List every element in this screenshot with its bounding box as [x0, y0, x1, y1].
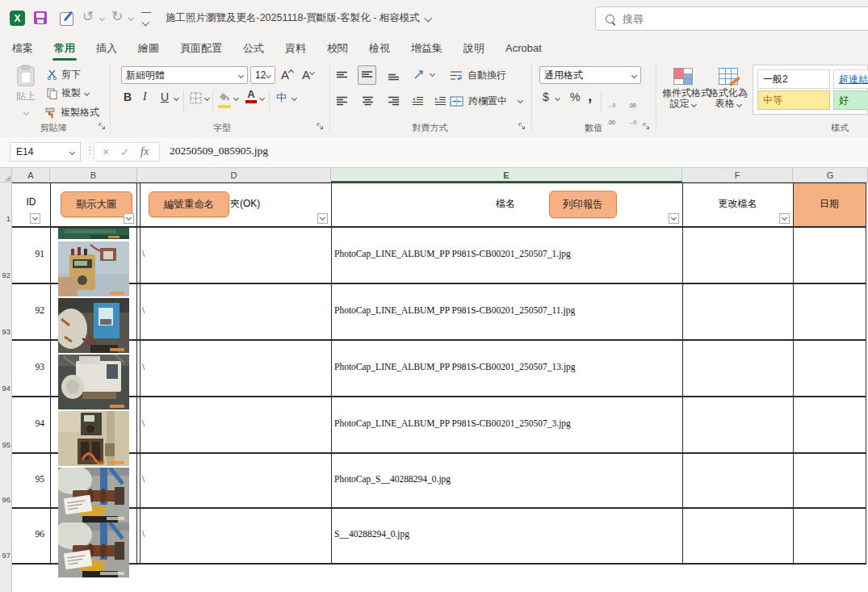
tab-insert[interactable]: 插入 — [86, 36, 128, 61]
cell-filename[interactable]: PhotoCap_LINE_ALBUM_PP P981S-CB00201_250… — [334, 305, 575, 315]
percent-button[interactable]: % — [570, 90, 580, 103]
cell-id[interactable]: 94 — [12, 418, 44, 428]
cell-id[interactable]: 91 — [12, 249, 44, 258]
cell-style-medium[interactable]: 中等 — [757, 90, 830, 110]
cell-filename[interactable]: S__40288294_0.jpg — [334, 529, 409, 539]
row-header-95[interactable]: 95 — [0, 440, 10, 449]
tab-view[interactable]: 檢視 — [359, 36, 400, 61]
row-header-97[interactable]: 97 — [0, 551, 10, 560]
italic-button[interactable]: I — [143, 90, 147, 103]
column-header-B[interactable]: B — [50, 168, 137, 183]
comma-style-button[interactable]: , — [588, 87, 592, 105]
shrink-font-button[interactable]: A — [302, 68, 314, 82]
save-button[interactable] — [34, 11, 47, 24]
enter-icon[interactable]: ✓ — [120, 146, 129, 158]
column-header-G[interactable]: G — [793, 168, 868, 183]
photo-thumbnail[interactable] — [58, 298, 129, 353]
tab-data[interactable]: 資料 — [275, 36, 317, 61]
cell-id[interactable]: 93 — [12, 362, 44, 372]
cell-id[interactable]: 95 — [12, 474, 44, 484]
conditional-formatting-button[interactable]: 條件式格式 設定 — [662, 68, 704, 109]
name-box[interactable]: E14 — [10, 142, 81, 162]
filter-button[interactable] — [669, 213, 679, 224]
cell-path[interactable]: \ — [142, 249, 145, 258]
search-box[interactable] — [595, 6, 868, 31]
tab-help[interactable]: 說明 — [453, 36, 495, 61]
column-header-A[interactable]: A — [12, 168, 50, 183]
cell-path[interactable]: \ — [142, 305, 145, 315]
photo-thumbnail[interactable] — [58, 355, 129, 409]
cell-filename[interactable]: PhotoCap_LINE_ALBUM_PP P981S-CB00201_250… — [334, 249, 571, 258]
row-header-94[interactable]: 94 — [0, 384, 10, 393]
row-header-93[interactable]: 93 — [0, 327, 10, 336]
paste-button[interactable]: 貼上 — [11, 65, 40, 118]
bold-button[interactable]: B — [124, 90, 132, 103]
align-center-button[interactable] — [362, 94, 374, 109]
cell-style-normal2[interactable]: 一般2 — [757, 69, 830, 89]
cell-path[interactable]: \ — [142, 418, 145, 428]
font-name-combo[interactable]: 新細明體 — [121, 66, 248, 84]
align-right-button[interactable] — [388, 94, 400, 109]
column-header-F[interactable]: F — [682, 168, 793, 183]
merge-center-button[interactable]: 跨欄置中 — [450, 94, 507, 108]
clipboard-dialog-launcher-icon[interactable] — [99, 123, 106, 130]
cut-button[interactable]: 剪下 — [47, 68, 81, 82]
format-painter-button[interactable]: 複製格式 — [45, 106, 99, 120]
orientation-button[interactable] — [413, 68, 426, 83]
filter-button[interactable] — [317, 213, 328, 224]
undo-button[interactable]: ↺ — [82, 10, 94, 23]
row-header-1[interactable]: 1 — [0, 214, 10, 223]
number-format-combo[interactable]: 通用格式 — [539, 66, 641, 84]
photo-thumbnail[interactable] — [58, 411, 129, 466]
align-top-button[interactable] — [336, 69, 348, 84]
renumber-rename-button[interactable]: 編號重命名 — [149, 191, 229, 217]
filter-button[interactable] — [779, 213, 790, 224]
tab-home[interactable]: 常用 — [44, 36, 86, 61]
cell-style-hyperlink[interactable]: 超連結 — [833, 69, 868, 89]
photo-thumbnail[interactable] — [58, 523, 129, 577]
format-as-table-button[interactable]: 格式化為 表格 — [707, 68, 749, 109]
tab-file[interactable]: 檔案 — [2, 36, 44, 61]
title-mode-chevron-icon[interactable] — [425, 15, 432, 22]
column-header-D[interactable]: D — [137, 168, 331, 183]
photo-thumbnail[interactable] — [58, 468, 129, 523]
cell-filename[interactable]: PhotoCap_S__40288294_0.jpg — [334, 474, 451, 484]
grow-font-button[interactable]: A — [281, 68, 293, 82]
select-all-corner[interactable] — [0, 168, 12, 183]
align-middle-button[interactable] — [358, 65, 376, 85]
increase-indent-button[interactable] — [434, 94, 447, 109]
filter-button[interactable] — [124, 213, 134, 224]
tab-add-ins[interactable]: 增益集 — [400, 36, 453, 61]
cancel-icon[interactable]: × — [103, 145, 109, 158]
cell-path[interactable]: \ — [142, 362, 145, 372]
copy-dropdown-icon[interactable] — [84, 90, 90, 96]
number-dialog-launcher-icon[interactable] — [643, 123, 650, 130]
font-size-combo[interactable]: 12 — [250, 66, 275, 84]
photo-thumbnail-partial[interactable] — [58, 228, 129, 239]
font-dialog-launcher-icon[interactable] — [317, 123, 324, 130]
font-color-button[interactable]: A — [245, 89, 257, 103]
photo-thumbnail[interactable] — [58, 241, 129, 296]
decrease-indent-button[interactable] — [412, 94, 424, 109]
row-header-92[interactable]: 92 — [0, 271, 10, 279]
alignment-dialog-launcher-icon[interactable] — [518, 123, 526, 130]
cell-id[interactable]: 96 — [12, 529, 44, 539]
align-bottom-button[interactable] — [388, 69, 400, 84]
cell-id[interactable]: 92 — [12, 305, 44, 315]
print-report-button[interactable]: 列印報告 — [549, 191, 617, 218]
tab-formulas[interactable]: 公式 — [233, 36, 275, 61]
tab-draw[interactable]: 繪圖 — [128, 36, 170, 61]
tab-page-layout[interactable]: 頁面配置 — [170, 36, 233, 61]
search-input[interactable] — [621, 12, 818, 26]
borders-button[interactable] — [190, 92, 202, 107]
redo-button[interactable]: ↻ — [111, 10, 123, 23]
cell-filename[interactable]: PhotoCap_LINE_ALBUM_PP P981S-CB00201_250… — [334, 418, 571, 428]
wrap-text-button[interactable]: 自動換行 — [450, 69, 506, 82]
cell-path[interactable]: \ — [142, 474, 145, 484]
fill-color-button[interactable] — [218, 90, 231, 108]
tab-acrobat[interactable]: Acrobat — [495, 36, 552, 61]
save-as-button[interactable] — [60, 12, 73, 26]
tab-review[interactable]: 校閱 — [317, 36, 359, 61]
underline-button[interactable]: U — [161, 90, 169, 103]
cell-style-good[interactable]: 好 — [833, 90, 868, 110]
